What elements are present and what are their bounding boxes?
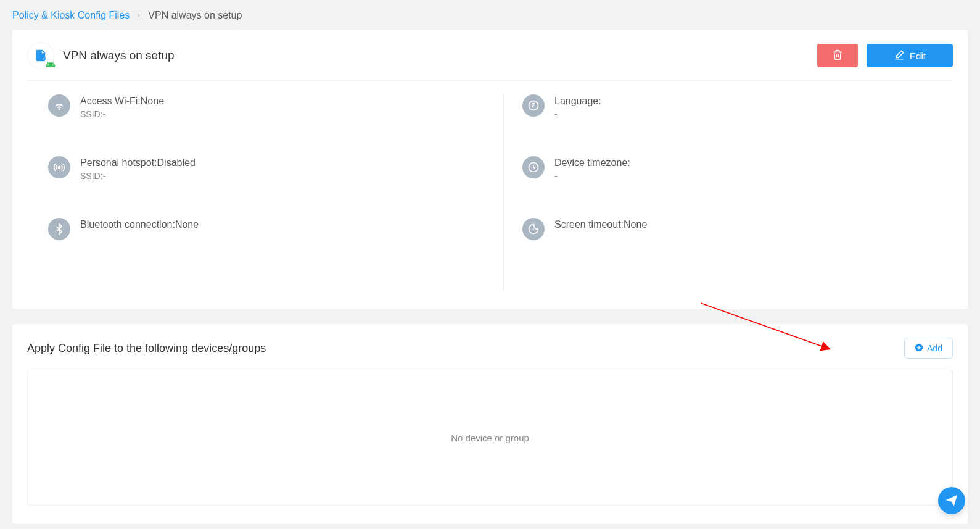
pencil-icon [894, 49, 905, 62]
wifi-label: Access Wi-Fi: [80, 96, 141, 106]
wifi-ssid-value: - [103, 109, 106, 119]
timezone-label: Device timezone: [554, 157, 630, 168]
wifi-ssid-label: SSID: [80, 109, 103, 119]
hotspot-ssid-label: SSID: [80, 171, 103, 181]
screen-timeout-value: None [624, 219, 647, 230]
timezone-value: - [554, 171, 558, 181]
android-badge-icon [45, 59, 56, 70]
detail-item-language: Language: - [522, 94, 953, 119]
detail-item-timezone: Device timezone: - [522, 156, 953, 181]
bluetooth-icon [48, 218, 70, 240]
config-summary-card: VPN always on setup Edit [12, 30, 968, 309]
apply-empty-state: No device or group [27, 370, 953, 506]
paper-plane-icon [945, 493, 958, 509]
apply-config-card: Apply Config File to the following devic… [12, 324, 968, 524]
apply-config-title: Apply Config File to the following devic… [27, 342, 266, 355]
delete-button[interactable] [817, 44, 858, 67]
bluetooth-label: Bluetooth connection: [80, 219, 175, 230]
page-title: VPN always on setup [63, 49, 175, 62]
detail-item-screen-timeout: z Screen timeout:None [522, 218, 953, 240]
svg-point-2 [58, 166, 60, 168]
hotspot-label: Personal hotspot: [80, 157, 157, 168]
svg-point-1 [59, 109, 60, 110]
screen-timeout-icon: z [522, 218, 545, 240]
svg-text:z: z [533, 227, 535, 231]
clock-icon [522, 156, 545, 178]
language-value: - [554, 109, 558, 119]
breadcrumb-root-link[interactable]: Policy & Kiosk Config Files [12, 10, 130, 21]
add-button-label: Add [927, 343, 942, 353]
hotspot-value: Disabled [157, 157, 196, 168]
screen-timeout-label: Screen timeout: [554, 219, 624, 230]
breadcrumb-current: VPN always on setup [148, 10, 242, 21]
trash-icon [832, 49, 843, 62]
empty-state-text: No device or group [451, 433, 529, 443]
language-label: Language: [554, 96, 601, 106]
policy-icon [27, 42, 54, 69]
support-fab[interactable] [938, 487, 965, 514]
chevron-right-icon [136, 10, 142, 21]
language-icon [522, 94, 545, 117]
edit-button-label: Edit [910, 51, 926, 61]
detail-item-hotspot: Personal hotspot:Disabled SSID:- [48, 156, 479, 181]
plus-circle-icon [915, 343, 923, 354]
wifi-icon [48, 94, 70, 117]
hotspot-icon [48, 156, 70, 178]
breadcrumb: Policy & Kiosk Config Files VPN always o… [12, 10, 968, 21]
add-device-group-button[interactable]: Add [904, 338, 953, 359]
detail-item-bluetooth: Bluetooth connection:None [48, 218, 479, 240]
detail-item-wifi: Access Wi-Fi:None SSID:- [48, 94, 479, 119]
wifi-value: None [141, 96, 164, 106]
edit-button[interactable]: Edit [867, 44, 953, 67]
hotspot-ssid-value: - [103, 171, 106, 181]
bluetooth-value: None [175, 219, 199, 230]
